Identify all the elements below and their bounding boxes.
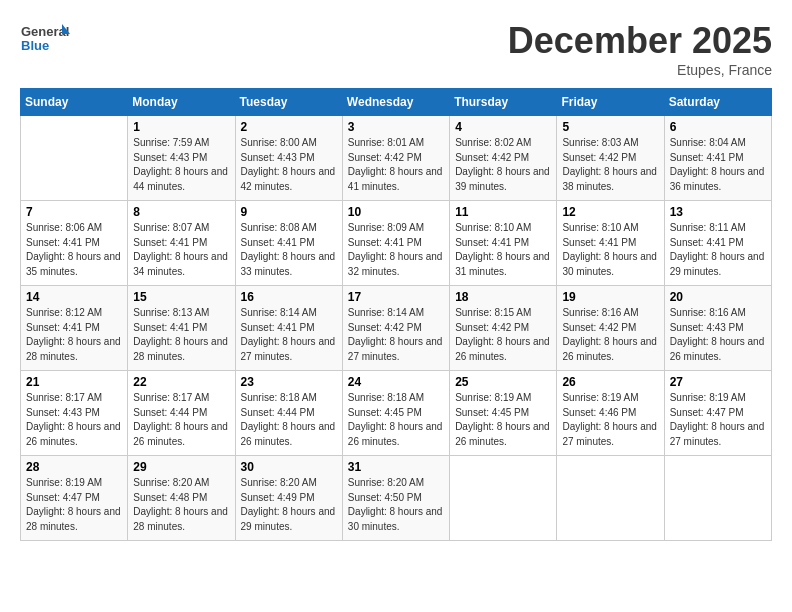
- day-number: 11: [455, 205, 551, 219]
- day-number: 14: [26, 290, 122, 304]
- day-info: Sunrise: 8:09 AMSunset: 4:41 PMDaylight:…: [348, 221, 444, 279]
- calendar-cell: 31 Sunrise: 8:20 AMSunset: 4:50 PMDaylig…: [342, 456, 449, 541]
- day-info: Sunrise: 8:03 AMSunset: 4:42 PMDaylight:…: [562, 136, 658, 194]
- calendar-cell: 18 Sunrise: 8:15 AMSunset: 4:42 PMDaylig…: [450, 286, 557, 371]
- day-info: Sunrise: 8:11 AMSunset: 4:41 PMDaylight:…: [670, 221, 766, 279]
- calendar-week-row: 28 Sunrise: 8:19 AMSunset: 4:47 PMDaylig…: [21, 456, 772, 541]
- day-number: 30: [241, 460, 337, 474]
- calendar-week-row: 21 Sunrise: 8:17 AMSunset: 4:43 PMDaylig…: [21, 371, 772, 456]
- calendar-week-row: 1 Sunrise: 7:59 AMSunset: 4:43 PMDayligh…: [21, 116, 772, 201]
- day-info: Sunrise: 8:00 AMSunset: 4:43 PMDaylight:…: [241, 136, 337, 194]
- calendar-cell: 7 Sunrise: 8:06 AMSunset: 4:41 PMDayligh…: [21, 201, 128, 286]
- title-area: December 2025 Etupes, France: [508, 20, 772, 78]
- day-number: 25: [455, 375, 551, 389]
- calendar-cell: 25 Sunrise: 8:19 AMSunset: 4:45 PMDaylig…: [450, 371, 557, 456]
- weekday-header: Sunday: [21, 89, 128, 116]
- calendar-cell: 14 Sunrise: 8:12 AMSunset: 4:41 PMDaylig…: [21, 286, 128, 371]
- calendar-cell: [21, 116, 128, 201]
- day-number: 22: [133, 375, 229, 389]
- day-number: 27: [670, 375, 766, 389]
- day-number: 6: [670, 120, 766, 134]
- day-info: Sunrise: 8:18 AMSunset: 4:45 PMDaylight:…: [348, 391, 444, 449]
- calendar-cell: 26 Sunrise: 8:19 AMSunset: 4:46 PMDaylig…: [557, 371, 664, 456]
- day-number: 15: [133, 290, 229, 304]
- svg-text:Blue: Blue: [21, 38, 49, 53]
- calendar-cell: [450, 456, 557, 541]
- calendar-cell: 1 Sunrise: 7:59 AMSunset: 4:43 PMDayligh…: [128, 116, 235, 201]
- calendar-cell: 17 Sunrise: 8:14 AMSunset: 4:42 PMDaylig…: [342, 286, 449, 371]
- day-number: 24: [348, 375, 444, 389]
- day-info: Sunrise: 8:19 AMSunset: 4:47 PMDaylight:…: [26, 476, 122, 534]
- calendar-cell: 2 Sunrise: 8:00 AMSunset: 4:43 PMDayligh…: [235, 116, 342, 201]
- logo-svg: General Blue: [20, 20, 70, 65]
- calendar-cell: 15 Sunrise: 8:13 AMSunset: 4:41 PMDaylig…: [128, 286, 235, 371]
- month-title: December 2025: [508, 20, 772, 62]
- calendar-cell: 29 Sunrise: 8:20 AMSunset: 4:48 PMDaylig…: [128, 456, 235, 541]
- calendar-cell: 9 Sunrise: 8:08 AMSunset: 4:41 PMDayligh…: [235, 201, 342, 286]
- logo: General Blue: [20, 20, 70, 65]
- calendar-cell: 28 Sunrise: 8:19 AMSunset: 4:47 PMDaylig…: [21, 456, 128, 541]
- day-number: 23: [241, 375, 337, 389]
- weekday-header-row: SundayMondayTuesdayWednesdayThursdayFrid…: [21, 89, 772, 116]
- day-number: 7: [26, 205, 122, 219]
- day-number: 28: [26, 460, 122, 474]
- calendar-cell: 19 Sunrise: 8:16 AMSunset: 4:42 PMDaylig…: [557, 286, 664, 371]
- day-number: 4: [455, 120, 551, 134]
- day-info: Sunrise: 8:13 AMSunset: 4:41 PMDaylight:…: [133, 306, 229, 364]
- calendar-cell: 20 Sunrise: 8:16 AMSunset: 4:43 PMDaylig…: [664, 286, 771, 371]
- calendar-cell: 23 Sunrise: 8:18 AMSunset: 4:44 PMDaylig…: [235, 371, 342, 456]
- calendar-week-row: 7 Sunrise: 8:06 AMSunset: 4:41 PMDayligh…: [21, 201, 772, 286]
- day-number: 21: [26, 375, 122, 389]
- page-header: General Blue December 2025 Etupes, Franc…: [20, 20, 772, 78]
- calendar-cell: 21 Sunrise: 8:17 AMSunset: 4:43 PMDaylig…: [21, 371, 128, 456]
- day-info: Sunrise: 8:10 AMSunset: 4:41 PMDaylight:…: [455, 221, 551, 279]
- day-info: Sunrise: 8:14 AMSunset: 4:41 PMDaylight:…: [241, 306, 337, 364]
- day-info: Sunrise: 8:16 AMSunset: 4:43 PMDaylight:…: [670, 306, 766, 364]
- day-number: 8: [133, 205, 229, 219]
- day-info: Sunrise: 8:15 AMSunset: 4:42 PMDaylight:…: [455, 306, 551, 364]
- day-info: Sunrise: 8:01 AMSunset: 4:42 PMDaylight:…: [348, 136, 444, 194]
- weekday-header: Saturday: [664, 89, 771, 116]
- calendar-cell: [557, 456, 664, 541]
- day-number: 13: [670, 205, 766, 219]
- day-info: Sunrise: 8:19 AMSunset: 4:45 PMDaylight:…: [455, 391, 551, 449]
- day-info: Sunrise: 8:20 AMSunset: 4:48 PMDaylight:…: [133, 476, 229, 534]
- calendar-cell: 11 Sunrise: 8:10 AMSunset: 4:41 PMDaylig…: [450, 201, 557, 286]
- calendar-cell: 27 Sunrise: 8:19 AMSunset: 4:47 PMDaylig…: [664, 371, 771, 456]
- day-number: 9: [241, 205, 337, 219]
- calendar-cell: 16 Sunrise: 8:14 AMSunset: 4:41 PMDaylig…: [235, 286, 342, 371]
- day-number: 20: [670, 290, 766, 304]
- day-info: Sunrise: 8:08 AMSunset: 4:41 PMDaylight:…: [241, 221, 337, 279]
- day-number: 10: [348, 205, 444, 219]
- day-info: Sunrise: 8:17 AMSunset: 4:44 PMDaylight:…: [133, 391, 229, 449]
- day-number: 3: [348, 120, 444, 134]
- calendar-cell: 4 Sunrise: 8:02 AMSunset: 4:42 PMDayligh…: [450, 116, 557, 201]
- day-number: 17: [348, 290, 444, 304]
- day-number: 16: [241, 290, 337, 304]
- day-info: Sunrise: 8:12 AMSunset: 4:41 PMDaylight:…: [26, 306, 122, 364]
- day-info: Sunrise: 8:14 AMSunset: 4:42 PMDaylight:…: [348, 306, 444, 364]
- day-info: Sunrise: 8:10 AMSunset: 4:41 PMDaylight:…: [562, 221, 658, 279]
- calendar-cell: 8 Sunrise: 8:07 AMSunset: 4:41 PMDayligh…: [128, 201, 235, 286]
- day-info: Sunrise: 8:16 AMSunset: 4:42 PMDaylight:…: [562, 306, 658, 364]
- calendar-cell: 6 Sunrise: 8:04 AMSunset: 4:41 PMDayligh…: [664, 116, 771, 201]
- day-info: Sunrise: 8:20 AMSunset: 4:49 PMDaylight:…: [241, 476, 337, 534]
- day-number: 19: [562, 290, 658, 304]
- calendar-cell: [664, 456, 771, 541]
- weekday-header: Thursday: [450, 89, 557, 116]
- calendar-cell: 13 Sunrise: 8:11 AMSunset: 4:41 PMDaylig…: [664, 201, 771, 286]
- calendar-cell: 10 Sunrise: 8:09 AMSunset: 4:41 PMDaylig…: [342, 201, 449, 286]
- weekday-header: Monday: [128, 89, 235, 116]
- day-info: Sunrise: 8:02 AMSunset: 4:42 PMDaylight:…: [455, 136, 551, 194]
- calendar-cell: 22 Sunrise: 8:17 AMSunset: 4:44 PMDaylig…: [128, 371, 235, 456]
- day-info: Sunrise: 8:04 AMSunset: 4:41 PMDaylight:…: [670, 136, 766, 194]
- location-label: Etupes, France: [508, 62, 772, 78]
- day-info: Sunrise: 7:59 AMSunset: 4:43 PMDaylight:…: [133, 136, 229, 194]
- weekday-header: Wednesday: [342, 89, 449, 116]
- day-number: 18: [455, 290, 551, 304]
- day-info: Sunrise: 8:18 AMSunset: 4:44 PMDaylight:…: [241, 391, 337, 449]
- day-number: 26: [562, 375, 658, 389]
- day-info: Sunrise: 8:07 AMSunset: 4:41 PMDaylight:…: [133, 221, 229, 279]
- calendar-cell: 5 Sunrise: 8:03 AMSunset: 4:42 PMDayligh…: [557, 116, 664, 201]
- day-number: 5: [562, 120, 658, 134]
